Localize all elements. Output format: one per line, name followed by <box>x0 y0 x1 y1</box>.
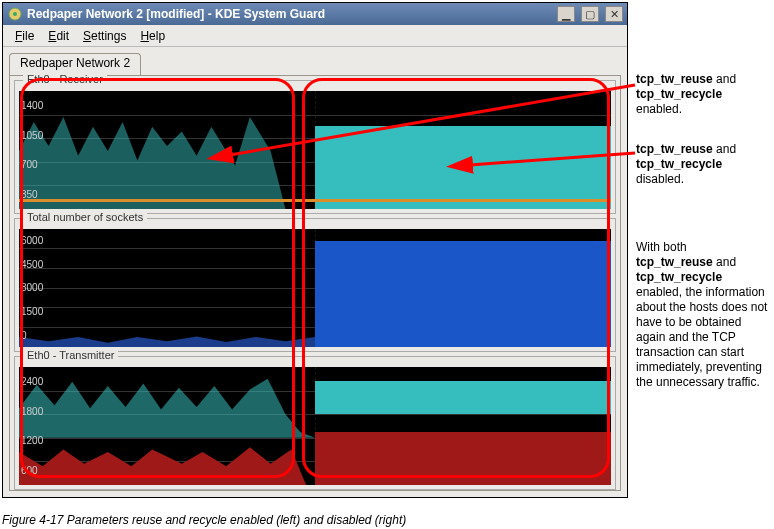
yaxis-sockets: 6000 4500 3000 1500 0 <box>21 229 43 347</box>
series-recv-enabled <box>19 112 315 209</box>
annotation-enabled: tcp_tw_reuse and tcp_tw_recycle enabled. <box>636 72 768 117</box>
menu-settings[interactable]: Settings <box>77 27 132 45</box>
series-tx-enabled-upper <box>19 379 315 438</box>
figure-caption: Figure 4-17 Parameters reuse and recycle… <box>2 513 406 527</box>
annotation-explanation: With both tcp_tw_reuse and tcp_tw_recycl… <box>636 240 768 390</box>
svg-point-1 <box>13 12 17 16</box>
panel: Eth0 - Receiver 1400 1050 700 350 <box>9 75 621 491</box>
series-tx-disabled-lower <box>315 432 611 485</box>
tab-network2[interactable]: Redpaper Network 2 <box>9 53 141 75</box>
app-icon <box>7 6 23 22</box>
series-recv-baseline <box>19 199 611 202</box>
menu-file[interactable]: File <box>9 27 40 45</box>
window-title: Redpaper Network 2 [modified] - KDE Syst… <box>27 7 551 21</box>
titlebar[interactable]: Redpaper Network 2 [modified] - KDE Syst… <box>3 3 627 25</box>
chart-sockets[interactable]: 6000 4500 3000 1500 0 <box>19 229 611 347</box>
chart-transmitter[interactable]: 2400 1800 1200 600 <box>19 367 611 485</box>
content-area: Redpaper Network 2 Eth0 - Receiver 1400 … <box>3 47 627 497</box>
group-transmitter: Eth0 - Transmitter 2400 1800 1200 600 <box>14 356 616 490</box>
minimize-button[interactable]: ▁ <box>557 6 575 22</box>
tab-row: Redpaper Network 2 <box>9 53 621 75</box>
series-tx-disabled-upper <box>315 381 611 414</box>
yaxis-transmitter: 2400 1800 1200 600 <box>21 367 43 485</box>
yaxis-receiver: 1400 1050 700 350 <box>21 91 43 209</box>
group-sockets-label: Total number of sockets <box>23 211 147 223</box>
group-receiver: Eth0 - Receiver 1400 1050 700 350 <box>14 80 616 214</box>
group-transmitter-label: Eth0 - Transmitter <box>23 349 118 361</box>
menubar: File Edit Settings Help <box>3 25 627 47</box>
maximize-button[interactable]: ▢ <box>581 6 599 22</box>
menu-help[interactable]: Help <box>134 27 171 45</box>
menu-edit[interactable]: Edit <box>42 27 75 45</box>
group-sockets: Total number of sockets 6000 4500 3000 1… <box>14 218 616 352</box>
app-window: Redpaper Network 2 [modified] - KDE Syst… <box>2 2 628 498</box>
series-sock-disabled <box>315 241 611 347</box>
annotation-disabled: tcp_tw_reuse and tcp_tw_recycle disabled… <box>636 142 768 187</box>
series-sock-enabled <box>19 333 315 347</box>
close-button[interactable]: ✕ <box>605 6 623 22</box>
group-receiver-label: Eth0 - Receiver <box>23 73 107 85</box>
series-recv-disabled <box>315 126 611 209</box>
chart-receiver[interactable]: 1400 1050 700 350 <box>19 91 611 209</box>
